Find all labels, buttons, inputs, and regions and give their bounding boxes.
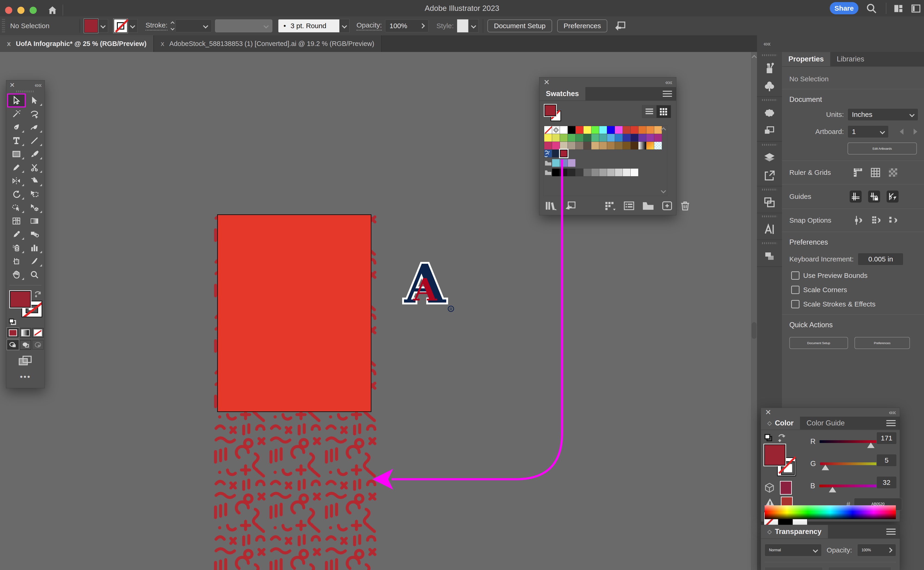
- artboard-dropdown[interactable]: 1: [847, 126, 889, 138]
- swatch[interactable]: [584, 142, 591, 149]
- home-icon[interactable]: [48, 5, 58, 15]
- qa-document-setup-button[interactable]: Document Setup: [789, 337, 848, 349]
- opacity-label[interactable]: Opacity:: [356, 21, 382, 31]
- artboard-tool[interactable]: [25, 187, 43, 201]
- fill-stroke-mini-icon[interactable]: [764, 434, 773, 441]
- swatch[interactable]: [646, 134, 654, 142]
- close-panel-icon[interactable]: ✕: [544, 78, 550, 87]
- snap-to-point-icon[interactable]: [854, 215, 864, 226]
- swatch-options-icon[interactable]: [624, 201, 634, 211]
- swatch[interactable]: [591, 134, 599, 142]
- swatch[interactable]: [631, 169, 638, 176]
- swatch[interactable]: [568, 126, 575, 134]
- default-fill-stroke-icon[interactable]: [9, 318, 17, 325]
- artboards-panel-icon[interactable]: [763, 125, 775, 137]
- swatch[interactable]: [591, 169, 599, 176]
- swatch[interactable]: [576, 142, 583, 149]
- knife-tool[interactable]: [25, 254, 43, 268]
- curvature-tool[interactable]: [25, 121, 43, 134]
- color-group-folder-icon[interactable]: [544, 159, 552, 167]
- swatch[interactable]: [623, 142, 630, 149]
- none-button[interactable]: [32, 328, 44, 338]
- swatch[interactable]: [607, 142, 615, 149]
- dock-grip[interactable]: [762, 144, 777, 146]
- share-button[interactable]: Share: [830, 2, 858, 14]
- line-segment-tool[interactable]: [25, 134, 43, 147]
- magic-wand-tool[interactable]: [8, 107, 25, 121]
- edit-artboards-button[interactable]: Edit Artboards: [847, 142, 917, 155]
- stroke-weight-stepper[interactable]: [171, 22, 174, 30]
- smart-guides-button[interactable]: [887, 190, 899, 202]
- mesh-tool[interactable]: [8, 215, 25, 228]
- blend-mode-dropdown[interactable]: Normal: [765, 544, 822, 556]
- delete-swatch-icon[interactable]: [680, 201, 690, 211]
- style-dropdown[interactable]: [469, 19, 479, 32]
- swatch[interactable]: [552, 169, 560, 176]
- paintbrush-tool[interactable]: [25, 147, 43, 161]
- draw-normal-button[interactable]: [7, 340, 19, 350]
- swatch[interactable]: [623, 126, 630, 134]
- hand-tool[interactable]: [8, 268, 25, 281]
- fill-stroke-proxy[interactable]: [544, 105, 561, 121]
- scale-strokes-row[interactable]: Scale Strokes & Effects: [791, 300, 924, 308]
- swatch-kinds-menu-icon[interactable]: [605, 201, 616, 211]
- fill-stroke-proxy-large[interactable]: [764, 444, 799, 477]
- new-swatch-icon[interactable]: [662, 201, 673, 211]
- swatch[interactable]: [615, 142, 622, 149]
- swatch[interactable]: [560, 142, 568, 149]
- type-tool[interactable]: [8, 134, 25, 147]
- direct-selection-tool[interactable]: [25, 94, 43, 107]
- b-slider-thumb[interactable]: [829, 487, 836, 492]
- make-mask-button[interactable]: Make Mask: [828, 567, 891, 570]
- swatch[interactable]: [607, 169, 615, 176]
- stroke-weight-label[interactable]: Stroke:: [146, 21, 167, 31]
- swatch[interactable]: [631, 134, 638, 142]
- swatch[interactable]: [591, 126, 599, 134]
- align-artboard-icon[interactable]: [613, 20, 627, 32]
- close-panel-icon[interactable]: ✕: [765, 408, 771, 417]
- swatch[interactable]: [576, 126, 583, 134]
- swatch[interactable]: [584, 169, 591, 176]
- g-channel-value[interactable]: 5: [876, 454, 897, 467]
- arizona-logo-artwork[interactable]: A A R: [393, 255, 457, 315]
- use-preview-bounds-checkbox[interactable]: [791, 271, 800, 280]
- selection-tool[interactable]: [8, 94, 25, 107]
- document-tab-active[interactable]: x UofA Infographic* @ 25 % (RGB/Preview): [0, 35, 154, 52]
- stroke-dropdown[interactable]: [127, 19, 138, 32]
- slice-tool[interactable]: [8, 254, 25, 268]
- swatch[interactable]: [615, 126, 622, 134]
- column-graph-tool[interactable]: [25, 241, 43, 254]
- swatch-theme-icon[interactable]: [565, 201, 576, 211]
- collapse-panel-icon[interactable]: ««: [35, 81, 41, 89]
- swatch[interactable]: [607, 134, 615, 142]
- previous-artboard-icon[interactable]: [899, 128, 904, 135]
- lock-guides-button[interactable]: [868, 190, 880, 202]
- keyboard-increment-field[interactable]: 0.005 in: [858, 253, 903, 265]
- draw-inside-button[interactable]: [32, 340, 44, 350]
- swap-fill-stroke-icon[interactable]: [34, 290, 42, 297]
- dock-grip[interactable]: [762, 216, 777, 217]
- layers-panel-icon[interactable]: [763, 152, 775, 164]
- swatch-scroll-down-icon[interactable]: [661, 188, 666, 193]
- swatch[interactable]: [639, 126, 646, 134]
- export-panel-icon[interactable]: [763, 170, 775, 182]
- r-slider-thumb[interactable]: [867, 443, 875, 448]
- swatch[interactable]: [552, 159, 560, 167]
- scale-corners-row[interactable]: Scale Corners: [791, 286, 924, 294]
- color-group-folder-icon[interactable]: [544, 169, 552, 176]
- canvas-vertical-scrollbar[interactable]: [751, 52, 757, 570]
- variable-width-profile-dropdown[interactable]: [215, 19, 272, 32]
- swatch[interactable]: [599, 126, 607, 134]
- units-dropdown[interactable]: Inches: [847, 108, 918, 121]
- scale-corners-checkbox[interactable]: [791, 286, 800, 294]
- preferences-button[interactable]: Preferences: [557, 19, 608, 32]
- asset-export-panel-icon[interactable]: [763, 196, 775, 208]
- swatch[interactable]: [623, 134, 630, 142]
- swatch[interactable]: [599, 142, 607, 149]
- swatch[interactable]: [599, 169, 607, 176]
- gradient-button[interactable]: [20, 328, 31, 338]
- swatch[interactable]: [544, 142, 552, 149]
- next-artboard-icon[interactable]: [913, 128, 918, 135]
- swatch[interactable]: [552, 142, 560, 149]
- swatch[interactable]: [639, 134, 646, 142]
